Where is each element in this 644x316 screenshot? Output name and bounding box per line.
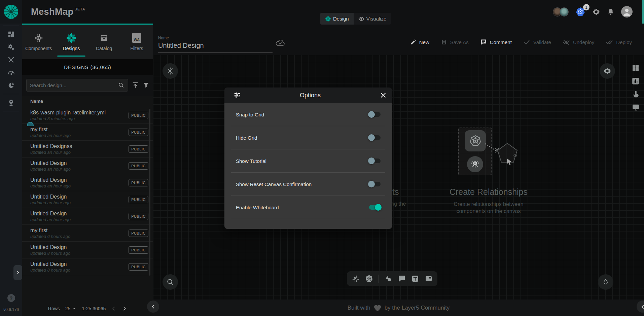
magnifier-icon xyxy=(166,278,174,286)
mode-visualize-button[interactable]: Visualize xyxy=(354,13,391,25)
toggle-switch[interactable] xyxy=(369,159,381,163)
designs-panel: Components Designs xyxy=(22,24,153,316)
design-name-input[interactable] xyxy=(158,40,273,52)
close-icon[interactable] xyxy=(380,92,387,99)
hint-description: Create relationships between components … xyxy=(444,201,533,215)
tab-catalog[interactable]: Catalog xyxy=(88,25,120,59)
dock-text-tool-icon[interactable] xyxy=(411,275,419,283)
visibility-badge: PUBLIC xyxy=(129,145,148,153)
touch-interact-icon[interactable] xyxy=(632,90,640,98)
validate-button[interactable]: Validate xyxy=(523,39,551,46)
design-search-input[interactable] xyxy=(30,82,118,88)
pagination: Rows 25 1-25 36065 xyxy=(22,306,153,311)
prev-page-button[interactable] xyxy=(111,306,116,311)
design-list-item[interactable]: Untitled Design updated an hour ago PUBL… xyxy=(22,191,153,208)
visibility-badge: PUBLIC xyxy=(129,263,148,271)
panel-tabs: Components Designs xyxy=(22,25,153,59)
tab-components[interactable]: Components xyxy=(22,25,55,59)
page-range: 1-25 36065 xyxy=(82,306,106,311)
octopus-tile-icon xyxy=(467,156,483,172)
toggle-switch[interactable] xyxy=(369,205,381,210)
canvas-settings-button[interactable] xyxy=(600,63,615,79)
kubernetes-context-button[interactable]: 1 xyxy=(575,7,585,17)
rail-expand-button[interactable] xyxy=(13,265,22,280)
nav-dashboard-icon[interactable] xyxy=(0,28,22,41)
hint-title: Create Relationships xyxy=(448,187,529,197)
design-list-item[interactable]: Untitled Design updated an hour ago PUBL… xyxy=(22,157,153,174)
nav-extensions-icon[interactable] xyxy=(0,79,22,92)
cloud-saved-icon xyxy=(275,39,285,47)
new-design-button[interactable]: New xyxy=(410,39,429,45)
import-design-button[interactable] xyxy=(132,81,139,89)
visibility-badge: PUBLIC xyxy=(129,246,148,254)
design-name: my first xyxy=(30,227,129,234)
design-list-item[interactable]: Untitled Design updated 8 hours ago PUBL… xyxy=(22,242,153,258)
undeploy-button[interactable]: Undeploy xyxy=(563,38,594,46)
footer-text-before: Built with xyxy=(348,305,370,311)
tab-filters[interactable]: WA Filters xyxy=(120,25,153,59)
screen-share-icon[interactable] xyxy=(632,103,640,111)
tab-designs[interactable]: Designs xyxy=(55,25,87,59)
views-grid-icon[interactable] xyxy=(632,64,640,72)
cursor-arrow-icon xyxy=(506,158,513,166)
rows-label: Rows xyxy=(48,306,60,311)
help-button[interactable]: ? xyxy=(7,294,15,302)
option-label: Show Reset Canvas Confirmation xyxy=(236,181,369,187)
list-scrollbar[interactable] xyxy=(149,109,150,276)
design-list-item[interactable]: Untitled Design updated an hour ago PUBL… xyxy=(22,208,153,225)
comment-icon xyxy=(480,39,487,45)
design-list-item[interactable]: Untitled Design updated 8 hours ago PUBL… xyxy=(22,258,153,275)
design-list-item[interactable]: Untitled Designss updated an hour ago PU… xyxy=(22,141,153,157)
notifications-bell-button[interactable] xyxy=(607,8,614,15)
canvas-helm-button[interactable] xyxy=(163,63,178,79)
dock-media-icon[interactable] xyxy=(425,275,433,283)
mode-design-button[interactable]: Design xyxy=(320,13,354,25)
design-search[interactable] xyxy=(26,79,128,92)
save-icon xyxy=(441,39,447,45)
design-list-item[interactable]: k8s-wasm-plugin-ratelimiter.yml updated … xyxy=(22,107,153,124)
design-list-item[interactable]: Untitled Design updated an hour ago PUBL… xyxy=(22,174,153,191)
dock-kubernetes-icon[interactable] xyxy=(365,275,373,283)
design-updated: updated an hour ago xyxy=(30,217,129,222)
notification-edge-strip[interactable] xyxy=(642,0,644,24)
design-list-item[interactable]: my first updated an hour ago PUBLIC xyxy=(22,124,153,141)
design-list-item[interactable]: my first updated 6 hours ago PUBLIC xyxy=(22,225,153,242)
canvas-ink-button[interactable] xyxy=(598,274,613,290)
save-as-button[interactable]: Save As xyxy=(441,39,469,45)
next-page-button[interactable] xyxy=(122,306,127,311)
design-name: Untitled Design xyxy=(30,177,129,183)
user-avatar-button[interactable] xyxy=(621,6,633,17)
design-name-label: Name xyxy=(158,36,273,40)
canvas-zoom-button[interactable] xyxy=(163,274,178,290)
collaborator-avatar-2[interactable] xyxy=(560,7,569,16)
nav-lifecycle-icon[interactable] xyxy=(0,41,22,54)
design-name: Untitled Design xyxy=(30,211,129,217)
layer5-logo[interactable] xyxy=(0,0,22,24)
visibility-badge: PUBLIC xyxy=(129,230,148,237)
design-name: my first xyxy=(30,127,129,133)
dock-shapes-icon[interactable] xyxy=(384,275,392,283)
comment-button[interactable]: Comment xyxy=(480,39,512,45)
design-name: Untitled Design xyxy=(30,261,129,267)
filter-funnel-button[interactable] xyxy=(142,81,150,89)
option-row: Enable Whiteboard xyxy=(231,196,385,219)
toggle-switch[interactable] xyxy=(369,112,381,117)
deploy-button[interactable]: Deploy xyxy=(606,38,632,46)
dock-component-icon[interactable] xyxy=(352,275,360,283)
collaborator-avatars[interactable] xyxy=(553,7,569,16)
visibility-badge: PUBLIC xyxy=(129,129,148,136)
eye-icon xyxy=(358,16,364,22)
options-modal-header: Options xyxy=(224,87,392,103)
panel-collapse-button[interactable] xyxy=(147,301,159,313)
nav-meshmap-pin-icon[interactable] xyxy=(0,96,22,109)
dock-comment-icon[interactable] xyxy=(398,275,406,283)
toggle-switch[interactable] xyxy=(369,182,381,186)
chart-panel-icon[interactable] xyxy=(631,77,640,85)
nav-performance-icon[interactable] xyxy=(0,66,22,79)
page-size-select[interactable]: 25 xyxy=(65,306,77,311)
nav-toolkit-icon[interactable] xyxy=(0,54,22,66)
toggle-switch[interactable] xyxy=(369,135,381,140)
kubernetes-tile-icon xyxy=(465,130,486,151)
settings-gear-button[interactable] xyxy=(592,8,600,16)
catalog-drawer-icon xyxy=(99,33,109,43)
